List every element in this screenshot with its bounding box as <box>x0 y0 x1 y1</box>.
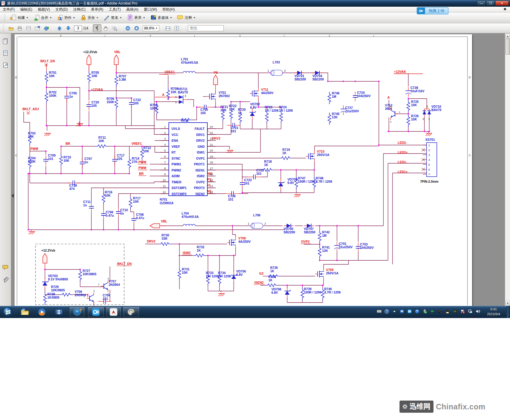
toolbar-button-安全[interactable]: 安全▼ <box>78 13 101 22</box>
taskbar-explorer-icon[interactable] <box>18 307 32 317</box>
comments-panel-icon[interactable] <box>2 264 9 271</box>
toolbar-button-签名[interactable]: 签名▼ <box>101 13 124 22</box>
upload-button[interactable] <box>42 24 50 32</box>
select-tool-button[interactable] <box>93 24 101 32</box>
menu-文件(F)[interactable]: 文件(F) <box>0 6 17 13</box>
tray-tray-nvidia[interactable] <box>453 309 457 315</box>
menu-表单(R)[interactable]: 表单(R) <box>88 6 106 13</box>
svg-text:10K: 10K <box>182 271 188 274</box>
resistor-symbol <box>115 97 118 110</box>
save-button[interactable] <box>24 24 33 32</box>
taskbar-reader-icon[interactable] <box>106 307 121 317</box>
svg-text:2: 2 <box>164 131 166 134</box>
scroll-up-icon[interactable]: ▲ <box>505 34 510 39</box>
email-button[interactable] <box>33 24 42 32</box>
print-button[interactable] <box>15 24 24 32</box>
svg-text:1K: 1K <box>197 249 201 252</box>
svg-text:DRV2: DRV2 <box>212 137 220 140</box>
menu-注释(C)[interactable]: 注释(C) <box>70 6 88 13</box>
menu-高级(A)[interactable]: 高级(A) <box>124 6 141 13</box>
tray-tray-umbrella[interactable] <box>430 309 435 315</box>
close-button[interactable]: ✕ <box>495 1 509 6</box>
scrollbar-thumb[interactable] <box>505 39 510 55</box>
layers-panel-icon[interactable] <box>2 50 9 57</box>
toolbar-button-表单[interactable]: 表单▼ <box>125 13 148 22</box>
svg-text:10K: 10K <box>143 149 149 153</box>
tray-tray-flag[interactable] <box>460 309 465 315</box>
tray-tray-volume[interactable] <box>475 309 480 315</box>
toolbar-button-协作[interactable]: 协作▼ <box>55 13 77 22</box>
svg-text:BR: BR <box>139 172 144 175</box>
svg-text:5: 5 <box>60 34 62 37</box>
svg-text:ISEN2: ISEN2 <box>195 192 205 196</box>
marquee-zoom-button[interactable] <box>110 24 119 32</box>
zoom-out-button[interactable] <box>124 24 132 32</box>
attachments-panel-icon[interactable] <box>2 277 9 284</box>
next-page-button[interactable] <box>64 24 73 32</box>
svg-text:470uH/0.5A: 470uH/0.5A <box>181 61 198 64</box>
tray-tray-usb[interactable] <box>422 309 427 315</box>
taskbar-paint-icon[interactable] <box>123 307 140 317</box>
svg-text:4.7R / 1206: 4.7R / 1206 <box>316 180 332 183</box>
tray-tray-dish[interactable] <box>437 309 442 315</box>
tray-tray-ltsc[interactable] <box>399 309 404 315</box>
taskbar-ie-icon[interactable] <box>69 307 85 317</box>
resistor-symbol <box>59 154 63 166</box>
taskbar-clock[interactable]: 9:41 2015/9/4 <box>483 307 505 317</box>
vertical-scrollbar[interactable]: ▲ ▼ <box>505 33 510 306</box>
drag-upload-button[interactable]: 拖拽上传 <box>417 7 448 14</box>
menu-文档(D)[interactable]: 文档(D) <box>53 6 70 13</box>
tray-help-icon[interactable]: ? <box>384 309 389 315</box>
tray-tray-network[interactable] <box>468 309 473 315</box>
net-label-VBL: VBL <box>161 219 168 223</box>
watermark-badge: 迅维网 <box>399 401 433 413</box>
ref-L703: L703 <box>273 60 280 64</box>
pages-panel-icon[interactable] <box>2 38 9 45</box>
toolbar-button-合并[interactable]: 合并▼ <box>31 13 54 22</box>
taskbar-wmp-icon[interactable] <box>35 307 49 317</box>
zoom-value: 88.6% <box>144 26 155 30</box>
zoom-level-dropdown[interactable]: 88.6%▼ <box>143 25 159 31</box>
component-R729: R72910K/0805 <box>51 285 65 292</box>
svg-text:PROT1: PROT1 <box>194 162 205 166</box>
tray-tray-circle[interactable] <box>415 309 420 315</box>
svg-text:2: 2 <box>264 222 266 225</box>
hand-tool-button[interactable] <box>102 24 110 32</box>
svg-text:3: 3 <box>239 34 241 37</box>
menu-视图(V)[interactable]: 视图(V) <box>35 6 53 13</box>
fit-page-button[interactable] <box>173 24 181 32</box>
svg-text:6: 6 <box>164 155 166 158</box>
signatures-panel-icon[interactable] <box>2 62 9 69</box>
tray-tray-qq[interactable] <box>445 309 450 315</box>
tray-tray-pan[interactable] <box>407 309 412 315</box>
minimize-button[interactable]: — <box>477 1 486 6</box>
component-R702: R702100K <box>49 90 57 97</box>
tray-expand-icon[interactable] <box>392 309 397 315</box>
search-input[interactable] <box>188 25 224 31</box>
taskbar-movies-icon[interactable] <box>52 307 66 317</box>
tray-keyboard-icon[interactable] <box>377 309 382 315</box>
svg-text:PWM: PWM <box>138 166 146 170</box>
taskbar-start-orb[interactable] <box>2 307 14 317</box>
toolbar-button-多媒体[interactable]: 多媒体▼ <box>148 13 175 22</box>
scroll-down-icon[interactable]: ▼ <box>505 301 510 306</box>
fit-width-button[interactable] <box>164 24 172 32</box>
toolbar-button-注释[interactable]: 注释▼ <box>175 13 198 22</box>
panel-splitter-icon[interactable] <box>12 194 14 198</box>
toolbar-button-label: 安全 <box>88 15 95 20</box>
menu-窗口(W)[interactable]: 窗口(W) <box>141 6 160 13</box>
menu-帮助(H)[interactable]: 帮助(H) <box>160 6 178 13</box>
menu-编辑(E)[interactable]: 编辑(E) <box>17 6 35 13</box>
toolbar-button-创建[interactable]: 创建▼ <box>8 13 31 22</box>
restore-button[interactable]: ❐ <box>486 1 495 6</box>
svg-text:3: 3 <box>428 153 430 157</box>
menu-工具(T)[interactable]: 工具(T) <box>106 6 123 13</box>
previous-page-button[interactable] <box>55 24 64 32</box>
svg-text:1K: 1K <box>282 151 287 155</box>
page-number-input[interactable] <box>74 25 82 31</box>
toolbar-close-icon[interactable]: ✖ <box>504 7 506 11</box>
taskbar-netdisk-icon[interactable] <box>87 307 104 317</box>
show-desktop-button[interactable] <box>506 306 510 318</box>
zoom-in-button[interactable] <box>133 24 141 32</box>
open-button[interactable] <box>7 24 15 32</box>
